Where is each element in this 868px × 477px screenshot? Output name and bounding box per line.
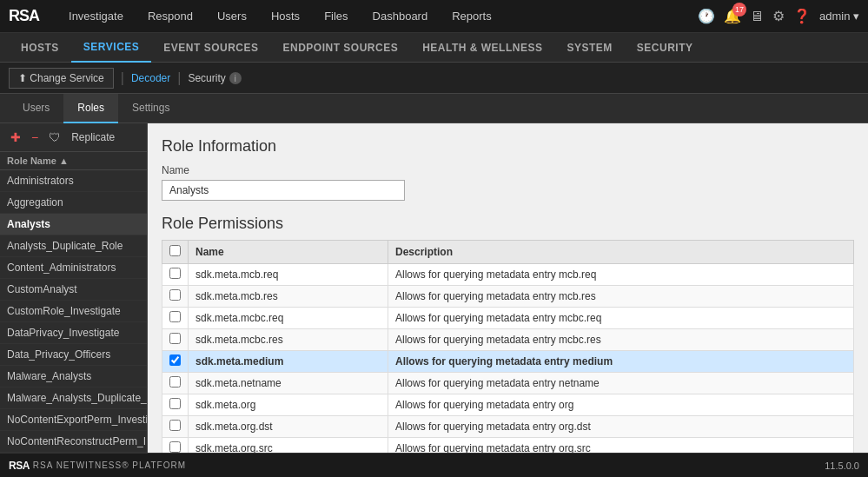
role-name-input[interactable] <box>162 180 405 201</box>
nav-health-wellness[interactable]: HEALTH & WELLNESS <box>410 33 554 63</box>
role-item-no-content-reconstruct[interactable]: NoContentReconstructPerm_I... <box>0 431 147 453</box>
perm-name: sdk.meta.org.src <box>189 438 388 454</box>
perm-description: Allows for querying metadata entry org.s… <box>388 438 854 454</box>
perm-description: Allows for querying metadata entry org <box>388 394 854 416</box>
nav-endpoint-sources[interactable]: ENDPOINT SOURCES <box>271 33 411 63</box>
role-item-content-admins[interactable]: Content_Administrators <box>0 257 147 279</box>
permissions-table: Name Description sdk.meta.mcb.req Allows… <box>162 240 854 453</box>
perm-checkbox-5[interactable] <box>169 376 181 388</box>
top-nav-right: 🕐 🔔 17 🖥 ⚙ ❓ admin ▾ <box>698 8 859 24</box>
perm-description: Allows for querying metadata entry mcbc.… <box>388 329 854 351</box>
role-item-no-content-export[interactable]: NoContentExportPerm_Investi... <box>0 409 147 431</box>
perm-checkbox-8[interactable] <box>169 441 181 453</box>
perm-description: Allows for querying metadata entry org.d… <box>388 416 854 438</box>
help-icon[interactable]: ❓ <box>793 8 811 24</box>
left-panel: ✚ − 🛡 Replicate Role Name ▲ Administrato… <box>0 123 148 453</box>
footer-logo: RSA RSA NETWITNESS® PLATFORM <box>9 460 186 472</box>
perm-checkbox-7[interactable] <box>169 420 181 431</box>
table-row: sdk.meta.mcb.req Allows for querying met… <box>162 264 854 286</box>
tab-users[interactable]: Users <box>9 94 63 123</box>
perm-checkbox-cell <box>162 264 189 286</box>
role-item-administrators[interactable]: Administrators <box>0 170 147 192</box>
role-item-malware-analysts-dup[interactable]: Malware_Analysts_Duplicate_R... <box>0 388 147 409</box>
role-name-header[interactable]: Role Name ▲ <box>0 152 147 170</box>
top-nav-items: Investigate Respond Users Hosts Files Da… <box>56 0 504 33</box>
perm-checkbox-6[interactable] <box>169 398 181 409</box>
decoder-link[interactable]: Decoder <box>131 72 170 84</box>
nav-system[interactable]: SYSTEM <box>554 33 624 63</box>
role-item-malware-analysts[interactable]: Malware_Analysts <box>0 366 147 388</box>
nav-event-sources[interactable]: EVENT SOURCES <box>151 33 270 63</box>
replicate-button[interactable]: Replicate <box>71 131 115 143</box>
main-content: ✚ − 🛡 Replicate Role Name ▲ Administrato… <box>0 123 868 453</box>
top-navigation: RSA Investigate Respond Users Hosts File… <box>0 0 868 33</box>
tab-bar: Users Roles Settings <box>0 94 868 123</box>
left-toolbar: ✚ − 🛡 Replicate <box>0 123 147 152</box>
role-item-custom-analyst[interactable]: CustomAnalyst <box>0 279 147 301</box>
role-list: Administrators Aggregation Analysts Anal… <box>0 170 147 453</box>
table-row: sdk.meta.netname Allows for querying met… <box>162 373 854 394</box>
replicate-icon[interactable]: 🛡 <box>45 129 64 146</box>
monitor-icon[interactable]: 🖥 <box>750 9 764 24</box>
role-permissions-title: Role Permissions <box>162 215 854 233</box>
settings-icon[interactable]: ⚙ <box>772 8 785 24</box>
nav-dashboard[interactable]: Dashboard <box>361 0 441 33</box>
second-navigation: HOSTS SERVICES EVENT SOURCES ENDPOINT SO… <box>0 33 868 63</box>
nav-hosts-second[interactable]: HOSTS <box>9 33 71 63</box>
remove-role-icon[interactable]: − <box>28 129 42 146</box>
service-bar: ⬆ Change Service | Decoder | Security i <box>0 63 868 94</box>
nav-files[interactable]: Files <box>312 0 360 33</box>
nav-users[interactable]: Users <box>205 0 259 33</box>
nav-hosts[interactable]: Hosts <box>259 0 312 33</box>
nav-security-second[interactable]: SECURITY <box>625 33 706 63</box>
perm-name: sdk.meta.mcbc.res <box>189 329 388 351</box>
admin-menu[interactable]: admin ▾ <box>819 10 859 23</box>
table-row: sdk.meta.mcb.res Allows for querying met… <box>162 286 854 308</box>
perm-checkbox-cell <box>162 394 189 416</box>
add-role-icon[interactable]: ✚ <box>7 129 24 146</box>
perm-checkbox-2[interactable] <box>169 311 181 322</box>
perm-name: sdk.meta.mcbc.req <box>189 308 388 329</box>
nav-reports[interactable]: Reports <box>440 0 504 33</box>
name-field-label: Name <box>162 164 854 176</box>
perm-checkbox-1[interactable] <box>169 289 181 301</box>
right-panel: Role Information Name Role Permissions N… <box>148 123 868 453</box>
change-service-button[interactable]: ⬆ Change Service <box>9 68 114 89</box>
perm-checkbox-cell <box>162 416 189 438</box>
perm-checkbox-3[interactable] <box>169 333 181 344</box>
table-row: sdk.meta.mcbc.req Allows for querying me… <box>162 308 854 329</box>
perm-name: sdk.meta.netname <box>189 373 388 394</box>
role-item-data-privacy-officers[interactable]: Data_Privacy_Officers <box>0 344 147 366</box>
perm-name: sdk.meta.org <box>189 394 388 416</box>
rsa-logo: RSA <box>9 7 39 25</box>
perm-name: sdk.meta.medium <box>189 351 388 373</box>
role-item-custom-role-investigate[interactable]: CustomRole_Investigate <box>0 301 147 322</box>
role-info-title: Role Information <box>162 137 854 156</box>
nav-respond[interactable]: Respond <box>136 0 205 33</box>
perm-description: Allows for querying metadata entry netna… <box>388 373 854 394</box>
role-item-analysts[interactable]: Analysts <box>0 214 147 235</box>
security-service-label: Security <box>188 72 225 84</box>
notifications-container[interactable]: 🔔 17 <box>724 8 741 24</box>
role-item-analysts-duplicate[interactable]: Analysts_Duplicate_Role <box>0 235 147 257</box>
perm-description: Allows for querying metadata entry mcbc.… <box>388 308 854 329</box>
table-row: sdk.meta.org.dst Allows for querying met… <box>162 416 854 438</box>
nav-services-second[interactable]: SERVICES <box>71 33 151 63</box>
nav-investigate[interactable]: Investigate <box>56 0 136 33</box>
role-item-aggregation[interactable]: Aggregation <box>0 192 147 214</box>
table-row: sdk.meta.mcbc.res Allows for querying me… <box>162 329 854 351</box>
notification-badge: 17 <box>732 3 746 17</box>
perm-checkbox-cell <box>162 373 189 394</box>
perm-name: sdk.meta.mcb.res <box>189 286 388 308</box>
clock-icon[interactable]: 🕐 <box>698 8 715 24</box>
perm-description: Allows for querying metadata entry mediu… <box>388 351 854 373</box>
perm-checkbox-0[interactable] <box>169 268 181 279</box>
role-item-dataprivacy-investigate[interactable]: DataPrivacy_Investigate <box>0 322 147 344</box>
tab-roles[interactable]: Roles <box>63 94 118 123</box>
select-all-checkbox[interactable] <box>169 245 181 256</box>
perm-checkbox-4[interactable] <box>169 354 181 366</box>
tab-settings[interactable]: Settings <box>118 94 183 123</box>
separator-1: | <box>121 70 124 86</box>
security-service: Security i <box>188 72 241 84</box>
info-icon[interactable]: i <box>229 72 242 84</box>
